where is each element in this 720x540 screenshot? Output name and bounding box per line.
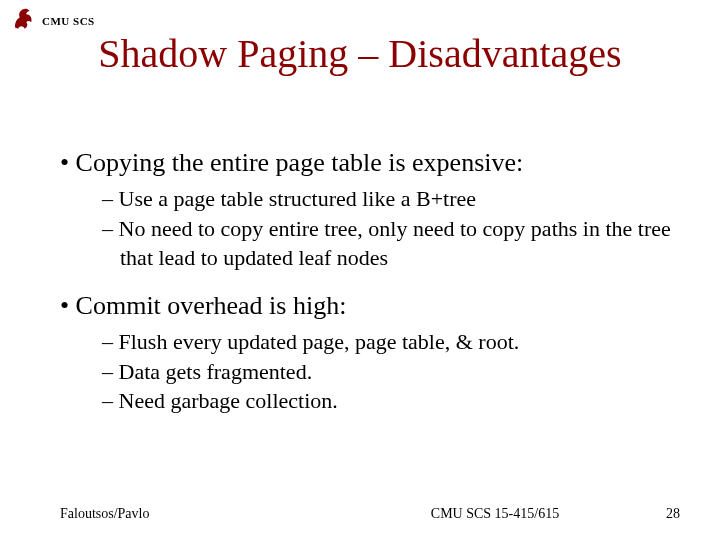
slide-content: Copying the entire page table is expensi…: [60, 130, 680, 424]
bullet-sub-2b: Data gets fragmented.: [102, 357, 680, 387]
footer-course: CMU SCS 15-415/615: [350, 506, 640, 522]
bullet-sub-2c: Need garbage collection.: [102, 386, 680, 416]
bullet-sub-1b: No need to copy entire tree, only need t…: [102, 214, 680, 273]
slide-number: 28: [640, 506, 680, 522]
slide-title: Shadow Paging – Disadvantages: [0, 30, 720, 77]
bullet-sub-1a: Use a page table structured like a B+tre…: [102, 184, 680, 214]
bullet-main-2: Commit overhead is high:: [60, 291, 680, 321]
bullet-sub-2a: Flush every updated page, page table, & …: [102, 327, 680, 357]
header-label: CMU SCS: [42, 15, 95, 27]
bullet-main-1: Copying the entire page table is expensi…: [60, 148, 680, 178]
footer-authors: Faloutsos/Pavlo: [60, 506, 350, 522]
